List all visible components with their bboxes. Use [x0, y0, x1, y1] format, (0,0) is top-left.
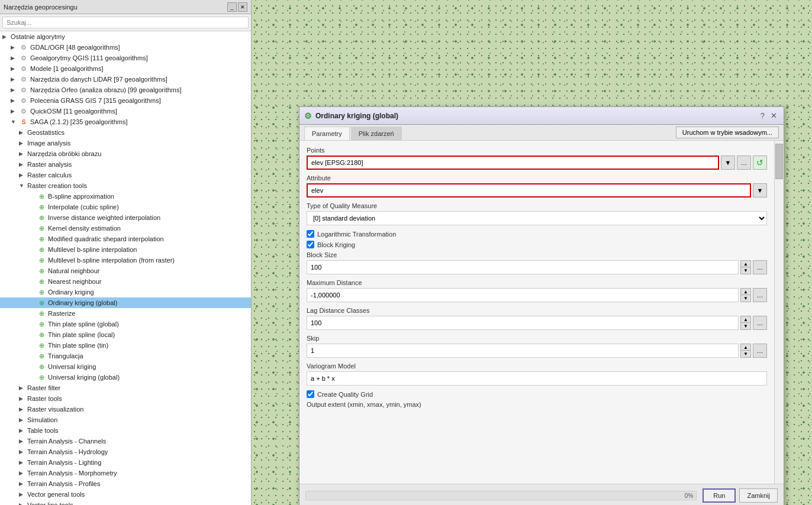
tree-item-geostatistics[interactable]: ▶ Geostatistics: [0, 127, 251, 138]
tree-label: Geoalgorytmy QGIS [111 geoalgorithms]: [30, 54, 148, 61]
quality-measure-select[interactable]: [0] standard deviation: [307, 211, 767, 225]
tree-item-inversedist[interactable]: ⊕ Inverse distance weighted interpolatio…: [0, 212, 251, 223]
block-size-down-btn[interactable]: ▼: [741, 267, 750, 274]
tree-item-narzobr[interactable]: ▶ Narzędzia obróbki obrazu: [0, 148, 251, 159]
arrow-icon: ▶: [19, 502, 27, 505]
tree-item-terrainchannels[interactable]: ▶ Terrain Analysis - Channels: [0, 436, 251, 446]
quality-grid-checkbox[interactable]: [307, 390, 314, 398]
max-distance-input[interactable]: [307, 288, 739, 302]
panel-minimize-btn[interactable]: _: [227, 2, 237, 12]
tree-item-thinplatetin[interactable]: ⊕ Thin plate spline (tin): [0, 340, 251, 351]
lag-distance-up-btn[interactable]: ▲: [741, 316, 750, 323]
log-transform-checkbox[interactable]: [307, 230, 314, 238]
tree-item-lidar[interactable]: ▶ ⚙ Narzędzia do danych LiDAR [97 geoalg…: [0, 74, 251, 85]
skip-edit-btn[interactable]: …: [753, 344, 767, 358]
points-input[interactable]: [307, 156, 719, 170]
arrow-icon: ▶: [19, 130, 27, 135]
attribute-input[interactable]: [307, 183, 751, 198]
gear-icon: ⚙: [19, 64, 28, 73]
dialog-scrollbar[interactable]: [774, 141, 784, 484]
tree-item-rastercalculus[interactable]: ▶ Raster calculus: [0, 170, 251, 180]
tree-item-thinplatelocal[interactable]: ⊕ Thin plate spline (local): [0, 329, 251, 340]
tree-item-orfeo[interactable]: ▶ ⚙ Narzędzia Orfeo (analiza obrazu) [99…: [0, 85, 251, 95]
tree-item-quickosm[interactable]: ▶ ⚙ QuickOSM [11 geoalgorithms]: [0, 106, 251, 116]
tree-item-terrainprofiles[interactable]: ▶ Terrain Analysis - Profiles: [0, 478, 251, 489]
tree-item-terrainhydrology[interactable]: ▶ Terrain Analysis - Hydrology: [0, 446, 251, 457]
tree-item-grass[interactable]: ▶ ⚙ Polecenia GRASS GIS 7 [315 geoalgori…: [0, 95, 251, 106]
search-input[interactable]: [2, 17, 249, 28]
tree-item-ordinarykrigingglobal[interactable]: ⊕ Ordinary kriging (global): [0, 297, 251, 308]
block-kriging-checkbox[interactable]: [307, 241, 314, 248]
run-button[interactable]: Run: [703, 488, 736, 503]
skip-up-btn[interactable]: ▲: [741, 344, 750, 351]
tab-plikzdarzen[interactable]: Plik zdarzeń: [351, 127, 402, 140]
tree-item-gdal[interactable]: ▶ ⚙ GDAL/OGR [48 geoalgorithms]: [0, 42, 251, 53]
tree-item-vectorline[interactable]: ▶ Vector line tools: [0, 500, 251, 505]
tree-label: Raster calculus: [27, 171, 72, 179]
tree-item-vectorgeneral[interactable]: ▶ Vector general tools: [0, 489, 251, 500]
algorithm-icon: ⊕: [37, 341, 46, 349]
tree-item-nearestneighbour[interactable]: ⊕ Nearest neighbour: [0, 276, 251, 287]
tree-item-multilevel[interactable]: ⊕ Multilevel b-spline interpolation: [0, 244, 251, 255]
tree-item-rasteranalysis[interactable]: ▶ Raster analysis: [0, 159, 251, 170]
max-distance-up-btn[interactable]: ▲: [741, 289, 750, 295]
algorithm-icon: ⊕: [37, 245, 46, 254]
algorithm-icon: ⊕: [37, 320, 46, 328]
lag-distance-edit-btn[interactable]: …: [753, 316, 767, 330]
arrow-icon: ▶: [19, 151, 27, 157]
tree-item-universalkriging[interactable]: ⊕ Universal kriging: [0, 361, 251, 372]
tree-item-imageanalysis[interactable]: ▶ Image analysis: [0, 138, 251, 148]
max-distance-down-btn[interactable]: ▼: [741, 295, 750, 302]
tree-item-multilevelraster[interactable]: ⊕ Multilevel b-spline interpolation (fro…: [0, 255, 251, 266]
tree-item-rastervisualization[interactable]: ▶ Raster visualization: [0, 404, 251, 415]
run-mode-button[interactable]: Uruchom w trybie wsadowym...: [676, 127, 779, 138]
tree-item-interpolate[interactable]: ⊕ Interpolate (cubic spline): [0, 202, 251, 212]
tree-item-ordinarykriging[interactable]: ⊕ Ordinary kriging: [0, 287, 251, 297]
max-distance-edit-btn[interactable]: …: [753, 288, 767, 302]
tree-item-kerneldensity[interactable]: ⊕ Kernel density estimation: [0, 223, 251, 234]
tree-item-qgis[interactable]: ▶ ⚙ Geoalgorytmy QGIS [111 geoalgorithms…: [0, 53, 251, 63]
tree-item-ostatnie[interactable]: ▶ Ostatnie algorytmy: [0, 31, 251, 42]
tree-item-triangulacja[interactable]: ⊕ Triangulacja: [0, 351, 251, 361]
tab-parametry[interactable]: Parametry: [304, 127, 350, 140]
panel-close-btn[interactable]: ✕: [238, 2, 247, 12]
lag-distance-down-btn[interactable]: ▼: [741, 323, 750, 329]
gear-icon: ⚙: [19, 107, 28, 115]
tree-item-terrainmorphometry[interactable]: ▶ Terrain Analysis - Morphometry: [0, 468, 251, 478]
tree-item-rastercreation[interactable]: ▼ Raster creation tools: [0, 180, 251, 191]
tree-item-saga[interactable]: ▼ S SAGA (2.1.2) [235 geoalgorithms]: [0, 116, 251, 127]
lag-distance-input[interactable]: [307, 316, 739, 330]
dialog-help-btn[interactable]: ?: [759, 111, 766, 120]
tree-label: Thin plate spline (global): [48, 321, 119, 328]
points-refresh-btn[interactable]: ↺: [753, 156, 767, 170]
dialog-close-btn[interactable]: ✕: [769, 111, 779, 120]
points-edit-btn[interactable]: …: [737, 156, 751, 170]
block-size-up-btn[interactable]: ▲: [741, 261, 750, 267]
tree-item-universalkrigingglobal[interactable]: ⊕ Universal kriging (global): [0, 372, 251, 383]
points-dropdown-btn[interactable]: ▼: [721, 156, 735, 170]
tree-item-modele[interactable]: ▶ ⚙ Modele [1 geoalgorithms]: [0, 63, 251, 74]
block-size-edit-btn[interactable]: …: [753, 260, 767, 274]
skip-down-btn[interactable]: ▼: [741, 351, 750, 357]
tree-item-rasterfilter[interactable]: ▶ Raster filter: [0, 383, 251, 393]
tree-label: Universal kriging: [48, 363, 96, 370]
tree-item-rasterize[interactable]: ⊕ Rasterize: [0, 308, 251, 319]
tree-item-simulation[interactable]: ▶ Simulation: [0, 415, 251, 425]
scrollbar-thumb[interactable]: [775, 144, 783, 179]
arrow-icon: ▼: [19, 183, 27, 189]
tree-item-modquadratic[interactable]: ⊕ Modified quadratic shepard interpolati…: [0, 234, 251, 244]
variogram-input[interactable]: [307, 371, 767, 386]
close-button[interactable]: Zamknij: [739, 488, 778, 503]
tree-item-thinplateglobal[interactable]: ⊕ Thin plate spline (global): [0, 319, 251, 329]
skip-input[interactable]: [307, 344, 739, 358]
attribute-dropdown-btn[interactable]: ▼: [753, 183, 767, 198]
lag-distance-arrows: ▲ ▼: [740, 316, 751, 330]
tree-item-rastertools[interactable]: ▶ Raster tools: [0, 393, 251, 404]
tree-item-terrainlighting[interactable]: ▶ Terrain Analysis - Lighting: [0, 457, 251, 468]
dialog-title-controls: ? ✕: [759, 111, 779, 120]
tree-item-naturalneighbour[interactable]: ⊕ Natural neighbour: [0, 266, 251, 276]
block-size-input[interactable]: [307, 260, 739, 274]
algorithm-icon: ⊕: [37, 288, 46, 296]
tree-item-tabletools[interactable]: ▶ Table tools: [0, 425, 251, 436]
tree-item-bspline[interactable]: ⊕ B-spline approximation: [0, 191, 251, 202]
